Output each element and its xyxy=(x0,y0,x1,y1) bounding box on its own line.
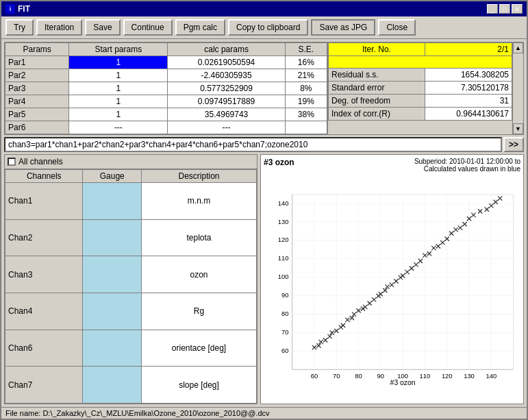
table-row: Par4 1 0.09749517889 19% xyxy=(5,95,327,108)
chan2-desc: teplota xyxy=(142,219,257,256)
col-calc: calc params xyxy=(168,43,285,56)
stderr-row: Standard error 7.305120178 xyxy=(329,82,512,95)
chan7-gauge xyxy=(83,367,142,404)
par5-start: 1 xyxy=(69,108,168,121)
svg-text:110: 110 xyxy=(420,373,431,380)
copy-clipboard-button[interactable]: Copy to clipboard xyxy=(228,19,308,36)
list-item[interactable]: Chan6 orientace [deg] xyxy=(5,330,257,367)
status-text: File name: D:\_Zakazky\_Cz\_MZLU\Emilka\… xyxy=(5,409,270,417)
scroll-up-arrow[interactable]: ▲ xyxy=(513,42,523,53)
chan6-desc: orientace [deg] xyxy=(142,330,257,367)
pgm-calc-button[interactable]: Pgm calc xyxy=(175,19,225,36)
iter-label: Iter. No. xyxy=(329,43,425,56)
params-table-wrap: Params Start params calc params S.E. Par… xyxy=(4,42,328,135)
svg-text:120: 120 xyxy=(278,236,289,243)
minimize-button[interactable]: _ xyxy=(487,4,498,14)
list-item[interactable]: Chan2 teplota xyxy=(5,219,257,256)
svg-text:80: 80 xyxy=(281,310,288,317)
par1-calc: 0.02619050594 xyxy=(168,56,285,69)
save-jpg-button[interactable]: Save as JPG xyxy=(311,19,375,36)
col-start: Start params xyxy=(69,43,168,56)
chan2-gauge xyxy=(83,219,142,256)
maximize-button[interactable]: □ xyxy=(499,4,510,14)
list-item[interactable]: Chan1 m.n.m xyxy=(5,183,257,220)
chart-svg: 60 70 80 90 100 110 120 1 xyxy=(264,174,520,401)
formula-input[interactable] xyxy=(4,137,502,152)
chart-subtitle-line1: Subperiod: 2010-01-01 12:00:00 to xyxy=(414,158,520,165)
scroll-down-arrow[interactable]: ▼ xyxy=(513,123,523,134)
chan7-name: Chan7 xyxy=(5,367,83,404)
par4-se: 19% xyxy=(285,95,327,108)
formula-btn[interactable]: >> xyxy=(503,137,524,152)
par2-name: Par2 xyxy=(5,69,69,82)
title-bar-controls: _ □ ✕ xyxy=(487,4,523,14)
chan2-name: Chan2 xyxy=(5,219,83,256)
dof-row: Deg. of freedom 31 xyxy=(329,95,512,108)
continue-button[interactable]: Continue xyxy=(123,19,173,36)
all-channels-checkbox[interactable] xyxy=(8,158,16,166)
svg-text:130: 130 xyxy=(464,373,475,380)
window-close-button[interactable]: ✕ xyxy=(512,4,523,14)
info-icon: i xyxy=(5,4,15,14)
list-item[interactable]: Chan3 ozon xyxy=(5,256,257,293)
table-row: Par1 1 0.02619050594 16% xyxy=(5,56,327,69)
iteration-button[interactable]: Iteration xyxy=(36,19,82,36)
par6-calc: --- xyxy=(168,121,285,134)
save-button[interactable]: Save xyxy=(85,19,120,36)
all-channels-label: All channels xyxy=(18,157,63,166)
chan3-desc: ozon xyxy=(142,256,257,293)
col-description: Description xyxy=(142,170,257,183)
par4-name: Par4 xyxy=(5,95,69,108)
col-gauge: Gauge xyxy=(83,170,142,183)
close-button[interactable]: Close xyxy=(378,19,416,36)
status-bar: File name: D:\_Zakazky\_Cz\_MZLU\Emilka\… xyxy=(1,407,527,419)
par5-name: Par5 xyxy=(5,108,69,121)
col-channels: Channels xyxy=(5,170,83,183)
svg-text:90: 90 xyxy=(377,373,384,380)
par5-se: 38% xyxy=(285,108,327,121)
svg-text:140: 140 xyxy=(278,200,289,207)
iter-value: 2/1 xyxy=(425,43,512,56)
params-scrollbar[interactable]: ▲ ▼ xyxy=(513,42,524,135)
index-value: 0.9644130617 xyxy=(425,108,512,121)
par3-se: 8% xyxy=(285,82,327,95)
par5-calc: 35.4969743 xyxy=(168,108,285,121)
toolbar: Try Iteration Save Continue Pgm calc Cop… xyxy=(1,16,527,39)
index-label: Index of corr.(R) xyxy=(329,108,425,121)
formula-bar: >> xyxy=(4,137,524,152)
svg-text:80: 80 xyxy=(355,373,362,380)
residual-value: 1654.308205 xyxy=(425,69,512,82)
std-error-value: 7.305120178 xyxy=(425,82,512,95)
chart-subtitle-line2: Calculated values drawn in blue xyxy=(414,165,520,173)
table-row: Par5 1 35.4969743 38% xyxy=(5,108,327,121)
par6-start: --- xyxy=(69,121,168,134)
list-item[interactable]: Chan4 Rg xyxy=(5,293,257,330)
par1-se: 16% xyxy=(285,56,327,69)
par3-calc: 0.5773252909 xyxy=(168,82,285,95)
par1-name: Par1 xyxy=(5,56,69,69)
svg-text:70: 70 xyxy=(333,373,340,380)
chan1-gauge xyxy=(83,183,142,220)
table-row: Par6 --- --- xyxy=(5,121,327,134)
table-row: Par3 1 0.5773252909 8% xyxy=(5,82,327,95)
chart-subtitle: Subperiod: 2010-01-01 12:00:00 to Calcul… xyxy=(414,158,520,173)
svg-text:#3 ozon: #3 ozon xyxy=(390,379,416,386)
content-area: Params Start params calc params S.E. Par… xyxy=(1,39,527,407)
list-item[interactable]: Chan7 slope [deg] xyxy=(5,367,257,404)
channel-table: Channels Gauge Description Chan1 m.n.m C… xyxy=(5,169,257,404)
chan6-gauge xyxy=(83,330,142,367)
try-button[interactable]: Try xyxy=(5,19,34,36)
dof-label: Deg. of freedom xyxy=(329,95,425,108)
par4-start: 1 xyxy=(69,95,168,108)
channel-header: All channels xyxy=(5,155,257,169)
empty-cell xyxy=(329,56,512,69)
chart-area: #3 ozon Subperiod: 2010-01-01 12:00:00 t… xyxy=(260,154,524,404)
svg-text:120: 120 xyxy=(442,373,453,380)
params-section: Params Start params calc params S.E. Par… xyxy=(4,42,524,135)
svg-text:100: 100 xyxy=(278,273,289,280)
svg-text:110: 110 xyxy=(278,255,289,262)
svg-text:140: 140 xyxy=(486,373,496,380)
chan1-desc: m.n.m xyxy=(142,183,257,220)
right-stats-panel: Iter. No. 2/1 Residual s.s. 1654.308205 … xyxy=(328,42,513,135)
chan1-name: Chan1 xyxy=(5,183,83,220)
